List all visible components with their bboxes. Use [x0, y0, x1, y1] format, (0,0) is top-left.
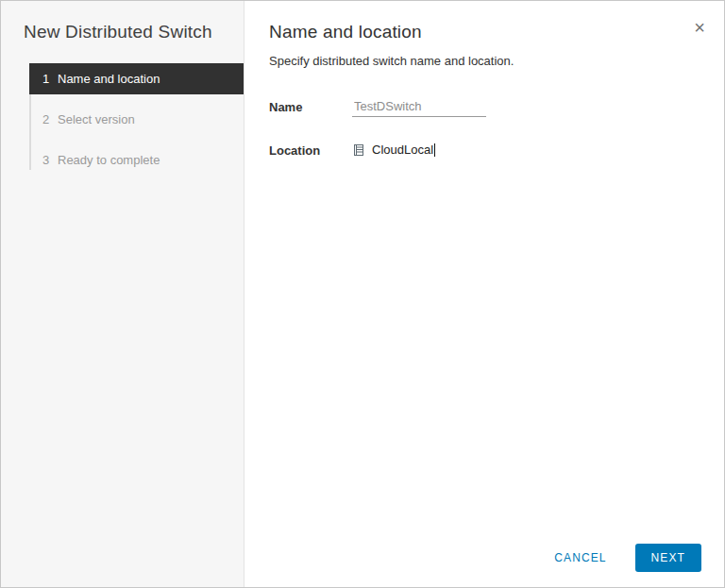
- step-number: 3: [42, 153, 58, 167]
- wizard-sidebar: New Distributed Switch 1 Name and locati…: [1, 1, 244, 587]
- step-name-and-location[interactable]: 1 Name and location: [29, 63, 244, 94]
- page-subtitle: Specify distributed switch name and loca…: [269, 54, 701, 68]
- datacenter-icon: [352, 143, 365, 157]
- location-field-row: Location CloudLocal: [269, 142, 701, 158]
- step-number: 1: [42, 72, 58, 86]
- location-value[interactable]: CloudLocal: [352, 142, 435, 157]
- page-title: Name and location: [269, 22, 701, 42]
- next-button[interactable]: NEXT: [635, 544, 701, 572]
- location-field-label: Location: [269, 142, 352, 158]
- cancel-button[interactable]: CANCEL: [550, 544, 610, 572]
- step-label: Select version: [58, 112, 135, 126]
- step-select-version[interactable]: 2 Select version: [29, 104, 244, 135]
- step-number: 2: [42, 112, 58, 126]
- wizard-footer: CANCEL NEXT: [550, 544, 701, 572]
- step-ready-to-complete[interactable]: 3 Ready to complete: [29, 144, 244, 176]
- wizard-title: New Distributed Switch: [1, 18, 244, 63]
- text-cursor: [434, 143, 435, 157]
- name-location-form: Name Location CloudLocal: [269, 98, 701, 182]
- wizard-content: × Name and location Specify distributed …: [244, 1, 724, 587]
- step-label: Name and location: [58, 72, 160, 86]
- step-label: Ready to complete: [58, 153, 160, 167]
- switch-name-input[interactable]: [352, 98, 486, 117]
- name-field-label: Name: [269, 98, 352, 114]
- name-field-row: Name: [269, 98, 701, 117]
- close-icon[interactable]: ×: [694, 18, 705, 37]
- location-text: CloudLocal: [372, 143, 433, 157]
- wizard-steps: 1 Name and location 2 Select version 3 R…: [29, 63, 244, 176]
- new-distributed-switch-dialog: New Distributed Switch 1 Name and locati…: [0, 0, 725, 588]
